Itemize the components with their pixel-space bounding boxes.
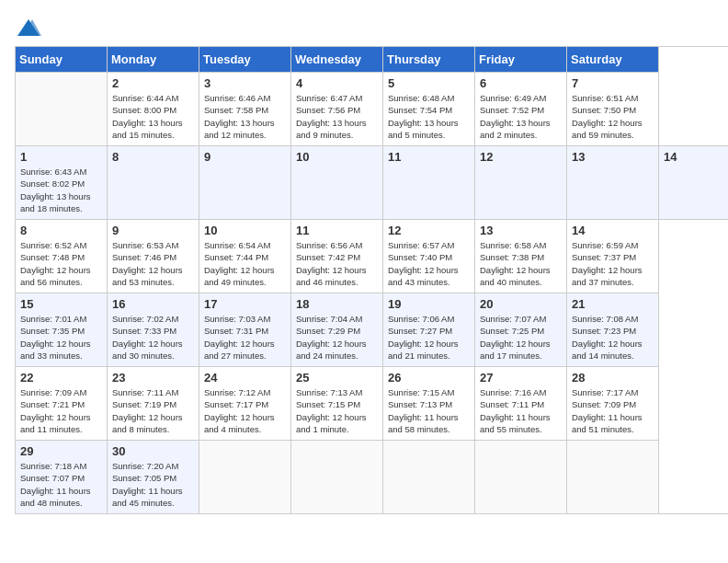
logo-icon: [16, 17, 41, 38]
day-number: 20: [480, 297, 562, 311]
calendar-cell: 25Sunrise: 7:13 AM Sunset: 7:15 PM Dayli…: [291, 367, 383, 441]
calendar-cell: 20Sunrise: 7:07 AM Sunset: 7:25 PM Dayli…: [475, 293, 567, 367]
day-number: 1: [20, 150, 102, 164]
calendar-week-row: 8Sunrise: 6:52 AM Sunset: 7:48 PM Daylig…: [16, 220, 729, 293]
calendar-week-row: 15Sunrise: 7:01 AM Sunset: 7:35 PM Dayli…: [16, 293, 729, 367]
day-number: 12: [388, 224, 470, 237]
day-number: 15: [20, 297, 102, 311]
calendar-cell: 10: [291, 146, 383, 220]
column-header-friday: Friday: [475, 47, 567, 73]
day-number: 21: [572, 297, 654, 311]
logo-text: [15, 15, 42, 39]
day-number: 17: [204, 297, 286, 311]
day-info: Sunrise: 6:57 AM Sunset: 7:40 PM Dayligh…: [388, 239, 470, 288]
day-info: Sunrise: 7:18 AM Sunset: 7:07 PM Dayligh…: [20, 460, 102, 509]
day-info: Sunrise: 7:12 AM Sunset: 7:17 PM Dayligh…: [204, 386, 286, 435]
day-info: Sunrise: 6:48 AM Sunset: 7:54 PM Dayligh…: [388, 92, 470, 141]
calendar-cell: 17Sunrise: 7:03 AM Sunset: 7:31 PM Dayli…: [199, 293, 291, 367]
calendar-cell: 9Sunrise: 6:53 AM Sunset: 7:46 PM Daylig…: [108, 220, 199, 293]
day-info: Sunrise: 7:08 AM Sunset: 7:23 PM Dayligh…: [572, 313, 654, 362]
day-number: 13: [572, 150, 654, 164]
day-number: 11: [296, 224, 378, 237]
day-info: Sunrise: 7:03 AM Sunset: 7:31 PM Dayligh…: [204, 313, 286, 362]
calendar-cell: [567, 441, 659, 514]
day-number: 24: [204, 371, 286, 385]
day-number: 4: [296, 76, 378, 90]
day-number: 18: [296, 297, 378, 311]
day-info: Sunrise: 7:20 AM Sunset: 7:05 PM Dayligh…: [112, 460, 194, 509]
calendar-week-row: 22Sunrise: 7:09 AM Sunset: 7:21 PM Dayli…: [16, 367, 729, 441]
calendar-cell: 21Sunrise: 7:08 AM Sunset: 7:23 PM Dayli…: [567, 293, 659, 367]
day-info: Sunrise: 6:46 AM Sunset: 7:58 PM Dayligh…: [204, 92, 286, 141]
day-number: 26: [388, 371, 470, 385]
calendar-week-row: 2Sunrise: 6:44 AM Sunset: 8:00 PM Daylig…: [16, 73, 729, 146]
day-number: 13: [480, 224, 562, 237]
day-number: 16: [112, 297, 194, 311]
day-info: Sunrise: 6:58 AM Sunset: 7:38 PM Dayligh…: [480, 239, 562, 288]
day-info: Sunrise: 7:06 AM Sunset: 7:27 PM Dayligh…: [388, 313, 470, 362]
day-number: 8: [112, 150, 194, 164]
day-info: Sunrise: 6:43 AM Sunset: 8:02 PM Dayligh…: [20, 166, 102, 214]
day-info: Sunrise: 6:59 AM Sunset: 7:37 PM Dayligh…: [572, 239, 654, 288]
column-header-wednesday: Wednesday: [291, 47, 383, 73]
calendar-cell: 9: [199, 146, 291, 220]
column-header-monday: Monday: [108, 47, 199, 73]
day-info: Sunrise: 7:04 AM Sunset: 7:29 PM Dayligh…: [296, 313, 378, 362]
day-info: Sunrise: 7:17 AM Sunset: 7:09 PM Dayligh…: [572, 386, 654, 435]
day-info: Sunrise: 6:49 AM Sunset: 7:52 PM Dayligh…: [480, 92, 562, 141]
day-number: 22: [20, 371, 102, 385]
day-number: 14: [572, 224, 654, 237]
column-header-thursday: Thursday: [383, 47, 475, 73]
day-info: Sunrise: 6:51 AM Sunset: 7:50 PM Dayligh…: [572, 92, 654, 141]
page-header: [15, 15, 713, 35]
day-number: 10: [296, 150, 378, 164]
day-number: 8: [20, 224, 102, 237]
day-number: 30: [112, 444, 194, 458]
day-number: 5: [388, 76, 470, 90]
day-info: Sunrise: 6:52 AM Sunset: 7:48 PM Dayligh…: [20, 239, 102, 288]
day-number: 29: [20, 444, 102, 458]
day-number: 27: [480, 371, 562, 385]
day-info: Sunrise: 6:47 AM Sunset: 7:56 PM Dayligh…: [296, 92, 378, 141]
day-info: Sunrise: 7:11 AM Sunset: 7:19 PM Dayligh…: [112, 386, 194, 435]
calendar-cell: 26Sunrise: 7:15 AM Sunset: 7:13 PM Dayli…: [383, 367, 475, 441]
calendar-cell: 7Sunrise: 6:51 AM Sunset: 7:50 PM Daylig…: [567, 73, 659, 146]
logo: [15, 15, 42, 35]
day-number: 7: [572, 76, 654, 90]
column-header-saturday: Saturday: [567, 47, 659, 73]
day-number: 2: [112, 76, 194, 90]
calendar-table: SundayMondayTuesdayWednesdayThursdayFrid…: [15, 46, 728, 514]
calendar-cell: [383, 441, 475, 514]
calendar-cell: 3Sunrise: 6:46 AM Sunset: 7:58 PM Daylig…: [199, 73, 291, 146]
day-info: Sunrise: 6:44 AM Sunset: 8:00 PM Dayligh…: [112, 92, 194, 141]
calendar-week-row: 29Sunrise: 7:18 AM Sunset: 7:07 PM Dayli…: [16, 441, 729, 514]
calendar-cell: 29Sunrise: 7:18 AM Sunset: 7:07 PM Dayli…: [16, 441, 108, 514]
calendar-cell: 12Sunrise: 6:57 AM Sunset: 7:40 PM Dayli…: [383, 220, 475, 293]
day-info: Sunrise: 6:56 AM Sunset: 7:42 PM Dayligh…: [296, 239, 378, 288]
day-info: Sunrise: 6:53 AM Sunset: 7:46 PM Dayligh…: [112, 239, 194, 288]
calendar-cell: 6Sunrise: 6:49 AM Sunset: 7:52 PM Daylig…: [475, 73, 567, 146]
column-header-sunday: Sunday: [16, 47, 108, 73]
day-info: Sunrise: 7:07 AM Sunset: 7:25 PM Dayligh…: [480, 313, 562, 362]
day-info: Sunrise: 7:01 AM Sunset: 7:35 PM Dayligh…: [20, 313, 102, 362]
day-number: 14: [664, 150, 728, 164]
day-number: 10: [204, 224, 286, 237]
calendar-cell: [199, 441, 291, 514]
calendar-cell: [16, 73, 108, 146]
calendar-cell: 8Sunrise: 6:52 AM Sunset: 7:48 PM Daylig…: [16, 220, 108, 293]
calendar-cell: 13: [567, 146, 659, 220]
calendar-header-row: SundayMondayTuesdayWednesdayThursdayFrid…: [16, 47, 729, 73]
calendar-cell: 22Sunrise: 7:09 AM Sunset: 7:21 PM Dayli…: [16, 367, 108, 441]
calendar-week-row: 1Sunrise: 6:43 AM Sunset: 8:02 PM Daylig…: [16, 146, 729, 220]
day-number: 23: [112, 371, 194, 385]
calendar-cell: 19Sunrise: 7:06 AM Sunset: 7:27 PM Dayli…: [383, 293, 475, 367]
day-number: 11: [388, 150, 470, 164]
calendar-cell: 24Sunrise: 7:12 AM Sunset: 7:17 PM Dayli…: [199, 367, 291, 441]
calendar-cell: 14: [659, 146, 729, 220]
column-header-tuesday: Tuesday: [199, 47, 291, 73]
calendar-cell: 30Sunrise: 7:20 AM Sunset: 7:05 PM Dayli…: [108, 441, 199, 514]
calendar-cell: [291, 441, 383, 514]
calendar-cell: 14Sunrise: 6:59 AM Sunset: 7:37 PM Dayli…: [567, 220, 659, 293]
calendar-cell: 2Sunrise: 6:44 AM Sunset: 8:00 PM Daylig…: [108, 73, 199, 146]
calendar-cell: 23Sunrise: 7:11 AM Sunset: 7:19 PM Dayli…: [108, 367, 199, 441]
